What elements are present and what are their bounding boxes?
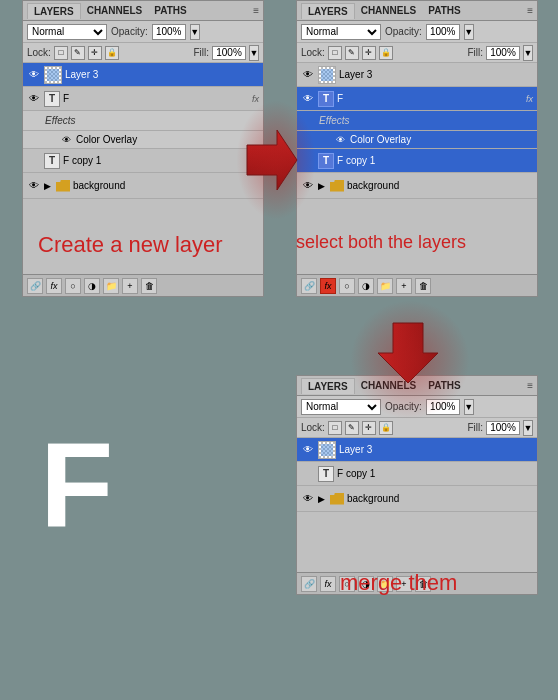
fcopy-name-2: F copy 1: [337, 155, 533, 166]
fx-btn-3[interactable]: fx: [320, 576, 336, 592]
tab-channels-2[interactable]: CHANNELS: [355, 3, 423, 18]
lock-move-btn-2[interactable]: ✛: [362, 46, 376, 60]
lock-brush-btn-3[interactable]: ✎: [345, 421, 359, 435]
opacity-input-3[interactable]: [426, 399, 460, 415]
lock-pixel-btn-3[interactable]: □: [328, 421, 342, 435]
opacity-label-1: Opacity:: [111, 26, 148, 37]
eye-f-1[interactable]: 👁: [27, 92, 41, 106]
tab-channels-1[interactable]: CHANNELS: [81, 3, 149, 18]
f-name-2: F: [337, 93, 519, 104]
lock-move-btn-1[interactable]: ✛: [88, 46, 102, 60]
opacity-arrow-3[interactable]: ▼: [464, 399, 474, 415]
instruction-step3: merge them: [340, 570, 457, 596]
lock-label-3: Lock:: [301, 422, 325, 433]
lock-row-1: Lock: □ ✎ ✛ 🔒 Fill: ▼: [23, 43, 263, 63]
opacity-label-3: Opacity:: [385, 401, 422, 412]
layer-row-bg-1[interactable]: 👁 ▶ background: [23, 173, 263, 199]
lock-brush-btn-2[interactable]: ✎: [345, 46, 359, 60]
layer-row-layer3-2[interactable]: 👁 Layer 3: [297, 63, 537, 87]
f-name-1: F: [63, 93, 245, 104]
toolbar-2: 🔗 fx ○ ◑ 📁 + 🗑: [297, 274, 537, 296]
blend-mode-select-2[interactable]: Normal: [301, 24, 381, 40]
opacity-arrow-2[interactable]: ▼: [464, 24, 474, 40]
eye-bg-2[interactable]: 👁: [301, 179, 315, 193]
text-icon-f-2: T: [318, 91, 334, 107]
layer-row-fcopy-3[interactable]: T F copy 1: [297, 462, 537, 486]
lock-pixel-btn-1[interactable]: □: [54, 46, 68, 60]
add-layer-btn-1[interactable]: +: [122, 278, 138, 294]
layer-row-layer3-1[interactable]: 👁 Layer 3: [23, 63, 263, 87]
fill-arrow-1[interactable]: ▼: [249, 45, 259, 61]
fx-btn-2[interactable]: fx: [320, 278, 336, 294]
layer-row-f-1[interactable]: 👁 T F fx: [23, 87, 263, 111]
opacity-input-2[interactable]: [426, 24, 460, 40]
layer-row-fcopy-2[interactable]: T F copy 1: [297, 149, 537, 173]
blend-row-1: Normal Opacity: ▼: [23, 21, 263, 43]
tab-layers-2[interactable]: LAYERS: [301, 3, 355, 19]
lock-all-btn-1[interactable]: 🔒: [105, 46, 119, 60]
mask-btn-2[interactable]: ○: [339, 278, 355, 294]
lock-pixel-btn-2[interactable]: □: [328, 46, 342, 60]
letter-f-display: F: [40, 415, 113, 553]
layer-row-fcopy-1[interactable]: T F copy 1: [23, 149, 263, 173]
layer-row-f-2[interactable]: 👁 T F fx: [297, 87, 537, 111]
fill-input-3[interactable]: [486, 421, 520, 435]
tab-paths-1[interactable]: PATHS: [148, 3, 192, 18]
thumb-layer3-3: [318, 441, 336, 459]
link-btn-2[interactable]: 🔗: [301, 278, 317, 294]
blend-mode-select-3[interactable]: Normal: [301, 399, 381, 415]
opacity-arrow-1[interactable]: ▼: [190, 24, 200, 40]
svg-marker-0: [247, 130, 297, 190]
fx-badge-f-2: fx: [526, 94, 533, 104]
fill-arrow-2[interactable]: ▼: [523, 45, 533, 61]
fcopy-name-3: F copy 1: [337, 468, 533, 479]
layer-row-bg-2[interactable]: 👁 ▶ background: [297, 173, 537, 199]
eye-layer3-2[interactable]: 👁: [301, 68, 315, 82]
panel3-menu-icon[interactable]: ≡: [527, 380, 533, 391]
link-btn-3[interactable]: 🔗: [301, 576, 317, 592]
panel1-menu-icon[interactable]: ≡: [253, 5, 259, 16]
panel2-tabs: LAYERS CHANNELS PATHS ≡: [297, 1, 537, 21]
color-overlay-row-1[interactable]: 👁 Color Overlay: [23, 131, 263, 149]
lock-label-1: Lock:: [27, 47, 51, 58]
delete-btn-2[interactable]: 🗑: [415, 278, 431, 294]
link-btn-1[interactable]: 🔗: [27, 278, 43, 294]
lock-move-btn-3[interactable]: ✛: [362, 421, 376, 435]
bg-name-1: background: [73, 180, 259, 191]
add-layer-btn-2[interactable]: +: [396, 278, 412, 294]
eye-color-overlay-1[interactable]: 👁: [59, 133, 73, 147]
eye-layer3-3[interactable]: 👁: [301, 443, 315, 457]
text-icon-f-1: T: [44, 91, 60, 107]
eye-bg-3[interactable]: 👁: [301, 492, 315, 506]
blend-mode-select-1[interactable]: Normal: [27, 24, 107, 40]
instruction-step2: select both the layers: [296, 232, 466, 253]
mask-btn-1[interactable]: ○: [65, 278, 81, 294]
tab-paths-2[interactable]: PATHS: [422, 3, 466, 18]
tab-layers-1[interactable]: LAYERS: [27, 3, 81, 19]
eye-f-2[interactable]: 👁: [301, 92, 315, 106]
tab-layers-3[interactable]: LAYERS: [301, 378, 355, 394]
delete-btn-1[interactable]: 🗑: [141, 278, 157, 294]
eye-color-overlay-2[interactable]: 👁: [333, 133, 347, 147]
adj-btn-2[interactable]: ◑: [358, 278, 374, 294]
folder-btn-2[interactable]: 📁: [377, 278, 393, 294]
lock-brush-btn-1[interactable]: ✎: [71, 46, 85, 60]
fill-input-2[interactable]: [486, 46, 520, 60]
color-overlay-name-2: Color Overlay: [350, 134, 533, 145]
adj-btn-1[interactable]: ◑: [84, 278, 100, 294]
fill-input-1[interactable]: [212, 46, 246, 60]
color-overlay-row-2[interactable]: 👁 Color Overlay: [297, 131, 537, 149]
fill-arrow-3[interactable]: ▼: [523, 420, 533, 436]
lock-all-btn-2[interactable]: 🔒: [379, 46, 393, 60]
opacity-input-1[interactable]: [152, 24, 186, 40]
layer-row-layer3-3[interactable]: 👁 Layer 3: [297, 438, 537, 462]
panel2-menu-icon[interactable]: ≡: [527, 5, 533, 16]
eye-bg-1[interactable]: 👁: [27, 179, 41, 193]
fx-btn-1[interactable]: fx: [46, 278, 62, 294]
layer3-name-2: Layer 3: [339, 69, 533, 80]
layer-row-bg-3[interactable]: 👁 ▶ background: [297, 486, 537, 512]
arrow-right-icon: [242, 120, 302, 200]
eye-layer3-1[interactable]: 👁: [27, 68, 41, 82]
lock-all-btn-3[interactable]: 🔒: [379, 421, 393, 435]
folder-btn-1[interactable]: 📁: [103, 278, 119, 294]
